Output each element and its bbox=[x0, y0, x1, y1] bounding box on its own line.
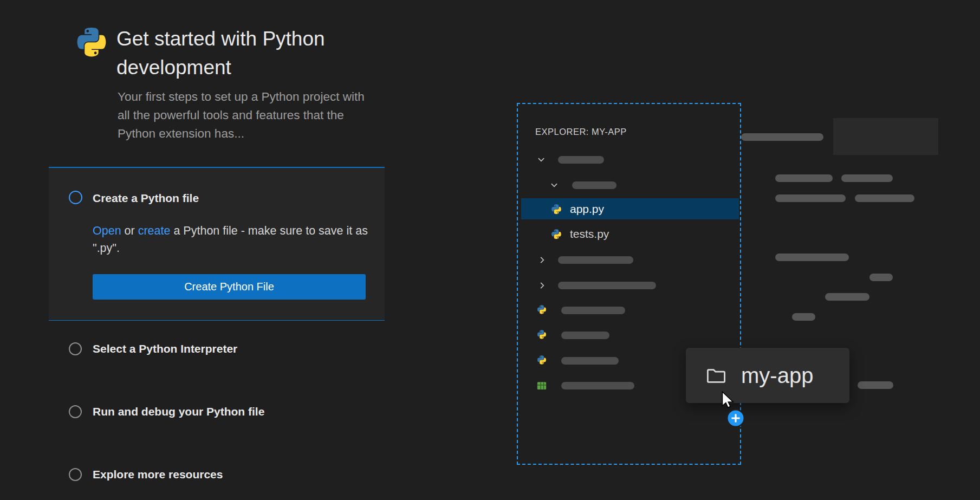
grid-file-icon bbox=[536, 380, 547, 391]
python-logo-icon bbox=[74, 27, 109, 63]
step-label: Explore more resources bbox=[93, 468, 223, 481]
skeleton-bar bbox=[775, 254, 849, 261]
explorer-title: EXPLORER: MY-APP bbox=[535, 127, 627, 137]
step-radio[interactable] bbox=[69, 191, 82, 204]
plus-badge-icon bbox=[726, 408, 745, 428]
skeleton-bar bbox=[841, 174, 893, 182]
step-create-a-python-file[interactable]: Create a Python file Open or create a Py… bbox=[49, 167, 385, 321]
skeleton-bar bbox=[561, 307, 625, 314]
skeleton-bar bbox=[825, 293, 869, 301]
cursor-icon bbox=[722, 391, 735, 408]
walkthrough-page: Get started with Python development Your… bbox=[0, 0, 980, 500]
skeleton-bar bbox=[558, 282, 656, 289]
skeleton-bar bbox=[561, 332, 609, 339]
chevron-down-icon bbox=[536, 155, 546, 165]
step-description: Open or create a Python file - make sure… bbox=[93, 222, 369, 257]
skeleton-block bbox=[833, 118, 938, 155]
skeleton-bar bbox=[855, 194, 914, 202]
create-python-file-button[interactable]: Create Python File bbox=[93, 274, 366, 300]
step-radio[interactable] bbox=[69, 405, 82, 418]
create-file-link[interactable]: create bbox=[138, 224, 171, 237]
skeleton-bar bbox=[775, 194, 846, 202]
open-file-link[interactable]: Open bbox=[93, 224, 121, 237]
step-label: Run and debug your Python file bbox=[93, 405, 264, 418]
folder-icon bbox=[704, 363, 728, 387]
step-radio[interactable] bbox=[69, 468, 82, 481]
skeleton-bar bbox=[558, 256, 633, 264]
page-subtitle: Your first steps to set up a Python proj… bbox=[118, 88, 373, 142]
file-name: app.py bbox=[570, 203, 604, 216]
skeleton-bar bbox=[561, 357, 619, 365]
skeleton-bar bbox=[792, 313, 815, 321]
drag-tooltip: my-app bbox=[686, 348, 849, 403]
skeleton-bar bbox=[572, 181, 616, 189]
python-file-icon bbox=[550, 204, 562, 216]
description-text: or bbox=[121, 224, 138, 237]
python-file-icon bbox=[536, 355, 547, 366]
step-radio[interactable] bbox=[69, 342, 82, 355]
step-select-a-python-interpreter[interactable]: Select a Python Interpreter bbox=[69, 341, 237, 356]
skeleton-bar bbox=[858, 381, 893, 389]
step-label: Create a Python file bbox=[93, 192, 199, 205]
step-label: Select a Python Interpreter bbox=[93, 342, 237, 355]
step-run-and-debug-your-python-file[interactable]: Run and debug your Python file bbox=[69, 404, 264, 419]
chevron-right-icon bbox=[537, 255, 547, 265]
python-file-icon bbox=[550, 229, 562, 241]
python-file-icon bbox=[536, 330, 547, 341]
file-name: tests.py bbox=[570, 228, 609, 241]
skeleton-bar bbox=[775, 174, 833, 182]
drag-tooltip-label: my-app bbox=[741, 363, 813, 388]
skeleton-bar bbox=[561, 382, 634, 389]
step-explore-more-resources[interactable]: Explore more resources bbox=[69, 467, 223, 482]
page-title: Get started with Python development bbox=[116, 25, 371, 82]
chevron-down-icon bbox=[549, 180, 559, 190]
skeleton-bar bbox=[558, 156, 604, 164]
python-file-icon bbox=[536, 305, 547, 316]
skeleton-bar bbox=[869, 274, 893, 281]
chevron-right-icon bbox=[537, 281, 547, 290]
skeleton-bar bbox=[741, 133, 823, 141]
